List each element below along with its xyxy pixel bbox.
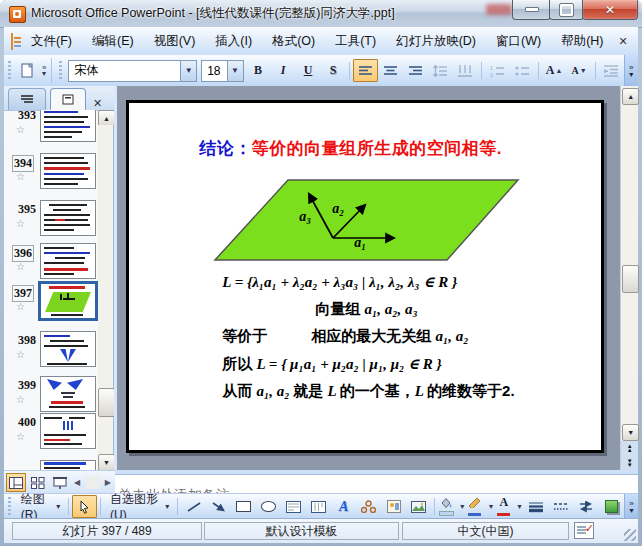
toolbar-grip[interactable] [8, 497, 11, 517]
autoshapes-menu-button[interactable]: 自选图形(U)▾ [104, 495, 174, 518]
slide-thumbnail[interactable] [40, 331, 96, 367]
bullets-button[interactable] [510, 59, 535, 82]
close-button[interactable]: ✕ [582, 0, 638, 20]
select-objects-button[interactable] [72, 495, 97, 518]
font-name-combo[interactable]: 宋体 ▼ [68, 60, 197, 82]
slide-thumbnail[interactable] [38, 281, 98, 321]
oval-button[interactable] [256, 495, 281, 518]
numbering-button[interactable]: 12 [485, 59, 510, 82]
scroll-left-icon[interactable]: ◀ [70, 478, 84, 487]
slide-thumbnail[interactable] [40, 153, 96, 189]
slide-thumbnail[interactable] [40, 376, 96, 412]
toolbar-grip[interactable] [59, 61, 62, 81]
scroll-up-button[interactable]: ▲ [622, 88, 639, 105]
font-size-combo[interactable]: 18 ▼ [201, 60, 243, 82]
menu-item-2[interactable]: 编辑(E) [82, 29, 144, 54]
vertical-text-box-button[interactable] [306, 495, 331, 518]
slide-thumbnail[interactable] [40, 243, 96, 279]
align-left-button[interactable] [353, 59, 378, 82]
slide-thumbnail[interactable] [40, 460, 96, 470]
toolbar-overflow-icon[interactable]: »▾ [624, 55, 638, 86]
slide-sorter-view-button[interactable] [28, 473, 48, 492]
italic-button[interactable]: I [271, 59, 296, 82]
menu-item-7[interactable]: 幻灯片放映(D) [386, 29, 486, 54]
menu-item-6[interactable]: 工具(T) [325, 29, 386, 54]
font-color-button[interactable]: A▾ [495, 495, 524, 518]
shadow-button[interactable]: S [321, 59, 346, 82]
normal-view-button[interactable] [6, 473, 26, 492]
increase-font-size-button[interactable]: A▲ [542, 59, 567, 82]
line-color-button[interactable]: ▾ [467, 495, 496, 518]
fill-color-button[interactable]: ▾ [438, 495, 467, 518]
maximize-button[interactable] [549, 0, 584, 20]
animation-star-icon[interactable]: ☆ [16, 301, 25, 312]
menu-item-8[interactable]: 窗口(W) [486, 29, 551, 54]
animation-star-icon[interactable]: ☆ [16, 218, 25, 229]
toolbar-grip[interactable] [8, 61, 11, 81]
chevron-down-icon[interactable]: ▼ [227, 61, 243, 81]
slide-thumbnail[interactable] [40, 110, 96, 142]
diagram-button[interactable] [356, 495, 381, 518]
design-template-status[interactable]: 默认设计模板 [204, 522, 399, 540]
menu-item-9[interactable]: 帮助(H) [551, 29, 613, 54]
arrow-style-button[interactable] [574, 495, 599, 518]
slide-canvas[interactable]: 结论：等价的向量组所生成的空间相等. a₃ a₂ a₁ [126, 100, 604, 453]
spell-check-icon[interactable] [574, 522, 594, 539]
drawing-toolbar: 绘图(R)▾自选图形(U)▾A▾▾A▾ »▾ [4, 493, 638, 520]
draw-menu-button[interactable]: 绘图(R)▾ [15, 495, 66, 518]
toolbar-options-icon[interactable]: »▾ [40, 65, 48, 77]
wordart-button[interactable]: A [331, 495, 356, 518]
menu-item-4[interactable]: 插入(I) [205, 29, 262, 54]
menu-item-3[interactable]: 视图(V) [144, 29, 206, 54]
clip-art-button[interactable] [381, 495, 406, 518]
scroll-down-button[interactable]: ▼ [622, 424, 639, 441]
bold-button[interactable]: B [246, 59, 271, 82]
align-right-button[interactable] [403, 59, 428, 82]
next-slide-button[interactable]: ▼▼ [621, 456, 638, 471]
slide-thumbnail[interactable] [40, 413, 96, 449]
menu-item-1[interactable]: 文件(F) [21, 29, 82, 54]
scrollbar-thumb[interactable] [622, 265, 639, 293]
animation-star-icon[interactable]: ☆ [16, 349, 25, 360]
text-box-button[interactable] [281, 495, 306, 518]
notes-pane[interactable]: 单击此处添加备注 [115, 470, 638, 493]
menu-item-5[interactable]: 格式(O) [262, 29, 325, 54]
picture-button[interactable] [406, 495, 431, 518]
new-slide-button[interactable] [15, 59, 40, 82]
animation-star-icon[interactable]: ☆ [16, 394, 25, 405]
slide-thumbnail[interactable] [40, 200, 96, 236]
toolbar-overflow-icon[interactable]: »▾ [624, 494, 638, 519]
shadow-style-button[interactable] [599, 495, 624, 518]
underline-button[interactable]: U [296, 59, 321, 82]
arrow-button[interactable] [206, 495, 231, 518]
line-style-button[interactable] [524, 495, 549, 518]
char-spacing-button[interactable] [453, 59, 478, 82]
decrease-indent-button[interactable] [599, 59, 624, 82]
scroll-down-button[interactable]: ▼ [98, 454, 115, 471]
horizontal-scrollbar-track[interactable] [85, 476, 100, 489]
animation-star-icon[interactable]: ☆ [16, 124, 25, 135]
decrease-font-size-button[interactable]: A▼ [567, 59, 592, 82]
slides-tab[interactable] [50, 88, 86, 110]
line-spacing-button[interactable] [428, 59, 453, 82]
resize-grip[interactable] [624, 529, 636, 541]
animation-star-icon[interactable]: ☆ [16, 261, 25, 272]
line-button[interactable] [181, 495, 206, 518]
dash-style-button[interactable] [549, 495, 574, 518]
outline-tab[interactable] [8, 88, 46, 110]
animation-star-icon[interactable]: ☆ [16, 431, 25, 442]
close-document-icon[interactable]: ✕ [614, 33, 633, 50]
minimize-button[interactable] [512, 0, 551, 20]
previous-slide-button[interactable]: ▲▲ [621, 441, 638, 456]
chevron-down-icon[interactable]: ▼ [180, 61, 196, 81]
animation-star-icon[interactable]: ☆ [16, 171, 25, 182]
slideshow-view-button[interactable] [50, 473, 70, 492]
scrollbar-thumb[interactable] [98, 388, 115, 417]
menu-bar: 文件(F)编辑(E)视图(V)插入(I)格式(O)工具(T)幻灯片放映(D)窗口… [4, 27, 638, 56]
language-status[interactable]: 中文(中国) [402, 522, 569, 540]
scroll-right-icon[interactable]: ▶ [101, 478, 115, 487]
rectangle-button[interactable] [231, 495, 256, 518]
title-bar[interactable]: Microsoft Office PowerPoint - [线性代数课件(完整… [0, 0, 642, 28]
close-panel-icon[interactable]: ✕ [93, 97, 102, 110]
align-center-button[interactable] [378, 59, 403, 82]
